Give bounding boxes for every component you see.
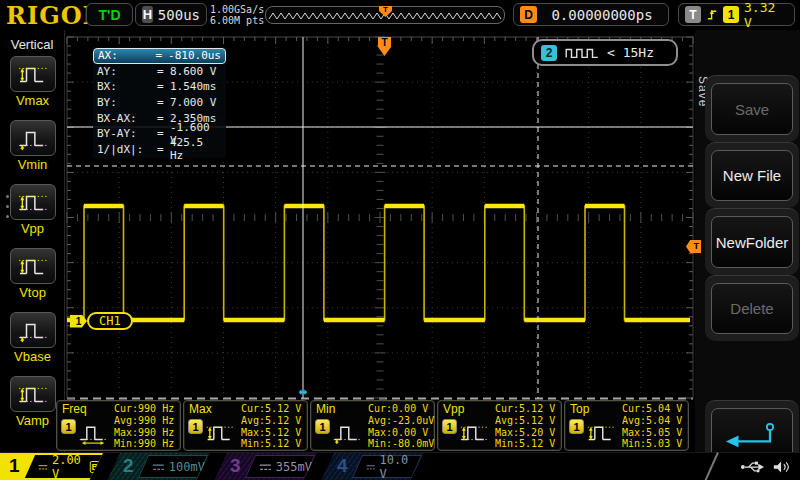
sidebar-button-vamp[interactable] [10, 376, 56, 412]
menu-button-slot: Delete [705, 275, 799, 341]
measurement-name: Vpp [443, 402, 464, 416]
statusbar-divider [703, 452, 719, 480]
cursor-row-value: 1.540ms [170, 80, 222, 93]
measurement-value-row: Cur:5.04 V [622, 403, 682, 415]
usb-icon [740, 459, 765, 475]
measurement-name: Min [316, 402, 335, 416]
speaker-icon [772, 459, 792, 475]
sidebar-item-label: Vbase [14, 349, 51, 364]
measurement-value-row: Max:5.20 V [495, 427, 555, 439]
cursor-row-eq: = [157, 143, 170, 156]
menu-button-slot: New File [705, 142, 799, 208]
sidebar-item-label: Vtop [19, 285, 46, 300]
trigger-source-badge: 1 [723, 6, 739, 23]
cursor-row-label: AX: [98, 49, 156, 62]
memory-depth: 6.00M pts [210, 15, 264, 26]
frequency-counter-box: 2 < 15Hz [532, 39, 678, 66]
measurement-panel-max: Max1Cur:5.12 VAvg:5.12 VMax:5.12 VMin:5.… [183, 400, 308, 451]
timebase-box[interactable]: H 500us [135, 3, 207, 26]
channel-number: 1 [9, 455, 20, 477]
channel1-label: CH1 [87, 312, 133, 330]
channel-scale-box: 2.00 VB [25, 455, 103, 478]
trigger-icon: T [685, 6, 701, 23]
delay-box[interactable]: D 0.00000000ps [513, 3, 669, 26]
sidebar-item-vpp[interactable]: Vpp [0, 184, 65, 236]
horizontal-position-bar[interactable]: T [265, 6, 505, 24]
channel-tab-2[interactable]: 2100mV [107, 453, 211, 480]
left-menu: Vertical VmaxVminVppVtopVbaseVamp [0, 30, 65, 452]
vbase-icon [17, 317, 49, 343]
sidebar-item-vtop[interactable]: Vtop [0, 248, 65, 300]
dc-coupling-icon [259, 462, 272, 471]
sidebar-button-vtop[interactable] [10, 248, 56, 284]
sidebar-button-vpp[interactable] [10, 184, 56, 220]
sidebar-button-vmax[interactable] [10, 56, 56, 92]
cursor-row-label: BY: [97, 96, 157, 109]
sidebar-button-vbase[interactable] [10, 312, 56, 348]
trigger-info-box[interactable]: T 1 3.32 V [678, 3, 795, 26]
measurement-value-row: Max:5.05 V [622, 427, 682, 439]
dc-coupling-icon [366, 462, 376, 471]
measurement-values: Cur:5.12 VAvg:5.12 VMax:5.20 VMin:5.12 V [495, 403, 555, 450]
measurement-channel-badge: 1 [61, 419, 76, 434]
acquisition-info: 1.00GSa/s 6.00M pts [210, 4, 264, 26]
vpp-icon [459, 419, 489, 446]
measurement-strip: Freq1Cur:990 HzAvg:990 HzMax:990 HzMin:9… [56, 400, 692, 451]
cursor-row-value: 7.000 V [170, 96, 222, 109]
measurement-value-row: Min:990 Hz [114, 438, 174, 450]
channel-scale-box: 100mV [138, 455, 208, 478]
measurement-values: Cur:5.04 VAvg:5.04 VMax:5.05 VMin:5.03 V [622, 403, 682, 450]
sidebar-item-vbase[interactable]: Vbase [0, 312, 65, 364]
measurement-value-row: Avg:5.04 V [622, 415, 682, 427]
measurement-values: Cur:0.00 VAvg:-23.0uVMax:0.00 VMin:-80.0… [368, 403, 434, 450]
right-menu: Save SaveNew FileNewFolderDelete [695, 30, 800, 452]
sidebar-item-vmin[interactable]: Vmin [0, 120, 65, 172]
channel-tab-3[interactable]: 3355mV [214, 453, 318, 480]
measurement-panel-min: Min1Cur:0.00 VAvg:-23.0uVMax:0.00 VMin:-… [310, 400, 435, 451]
cursor-row-value: 425.5 Hz [170, 136, 222, 162]
save-button[interactable]: Save [711, 83, 793, 135]
sidebar-button-vmin[interactable] [10, 120, 56, 156]
cursor-row-eq: = [157, 96, 170, 109]
menu-button-slot: NewFolder [705, 208, 799, 275]
measurement-name: Top [570, 402, 589, 416]
cursor-row-eq: = [157, 112, 170, 125]
cursor-readout-panel: AX:=-810.0usAY:=8.600 VBX:=1.540msBY:=7.… [93, 47, 226, 158]
measurement-name: Freq [62, 402, 87, 416]
sidebar-item-label: Vamp [16, 413, 49, 428]
new-file-button[interactable]: New File [711, 150, 793, 201]
sidebar-item-label: Vmax [16, 93, 49, 108]
rising-edge-icon [706, 7, 718, 22]
vtop-icon [17, 253, 49, 279]
measurement-name: Max [189, 402, 212, 416]
channel-scale-value: 100mV [169, 460, 205, 474]
horizontal-icon: H [142, 6, 153, 23]
measurement-value-row: Max:990 Hz [114, 427, 174, 439]
measurement-value-row: Avg:990 Hz [114, 415, 174, 427]
waveform-display: ↔ T T 1 CH1 AX:=-810.0usAY:=8.600 VBX:=1… [65, 30, 695, 400]
sidebar-item-vmax[interactable]: Vmax [0, 56, 65, 108]
measurement-value-row: Max:0.00 V [368, 427, 434, 439]
trigger-level-value: 3.32 V [744, 0, 788, 30]
counter-reading: < 15Hz [607, 45, 654, 60]
delete-button[interactable]: Delete [711, 283, 793, 334]
cursor-row-label: BX-AX: [97, 112, 157, 125]
cursor-row: BY:=7.000 V [93, 95, 226, 111]
cursor-ax-handle-icon[interactable]: ↔ [299, 383, 307, 399]
channel-scale-value: 355mV [276, 460, 312, 474]
channel1-arrow-badge: 1 [70, 315, 87, 328]
channel1-tag[interactable]: 1 CH1 [70, 312, 133, 330]
cursor-row-eq: = [156, 49, 168, 62]
channel-tab-4[interactable]: 410.0 V [321, 453, 425, 480]
cursor-row-eq: = [157, 65, 170, 78]
cursor-row: 1/|dX|:=425.5 Hz [93, 142, 226, 158]
channel-scale-value: 10.0 V [380, 453, 412, 480]
vtop-icon [586, 419, 616, 446]
vmin-icon [17, 125, 49, 151]
newfolder-button[interactable]: NewFolder [711, 216, 793, 268]
freq-icon [78, 419, 108, 446]
cursor-row-eq: = [157, 127, 170, 140]
menu-page-dots [6, 195, 9, 218]
measurement-panel-freq: Freq1Cur:990 HzAvg:990 HzMax:990 HzMin:9… [56, 400, 181, 451]
channel-tab-1[interactable]: 12.00 VB [0, 453, 104, 480]
